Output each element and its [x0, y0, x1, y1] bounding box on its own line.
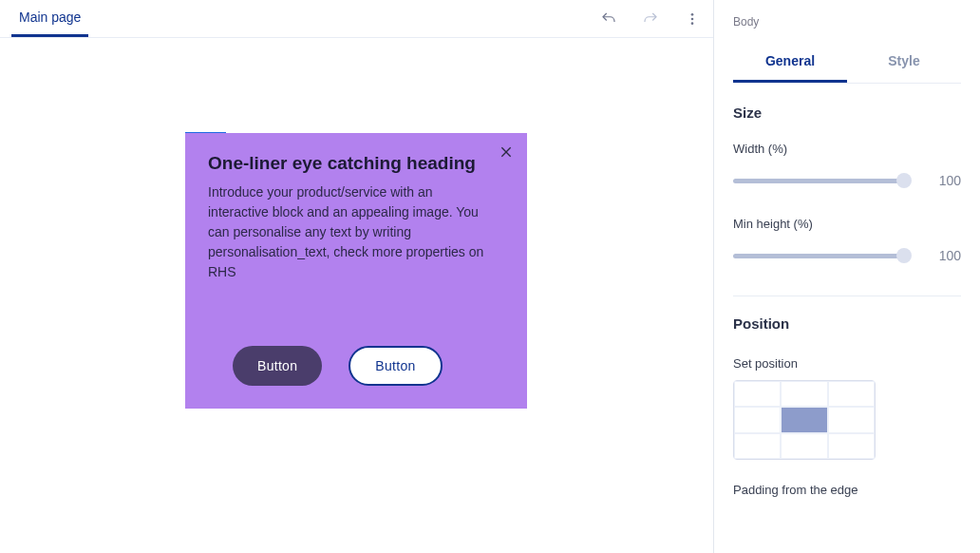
divider — [733, 296, 961, 296]
sidebar: Body General Style Size Width (%) 100 Mi… — [714, 0, 980, 553]
section-size: Size — [733, 105, 961, 121]
padding-label: Padding from the edge — [733, 483, 961, 497]
close-icon[interactable] — [499, 144, 514, 160]
svg-point-1 — [691, 17, 694, 20]
breadcrumb: Body — [733, 10, 961, 42]
undo-icon[interactable] — [599, 10, 618, 29]
card-body[interactable]: One-liner eye catching heading Introduce… — [185, 133, 527, 409]
tab-general[interactable]: General — [733, 42, 847, 83]
tab-main-page[interactable]: Main page — [11, 0, 88, 37]
minheight-value: 100 — [923, 248, 961, 263]
more-vert-icon[interactable] — [683, 10, 702, 29]
pos-top-right[interactable] — [828, 381, 875, 407]
pos-mid-left[interactable] — [734, 407, 781, 432]
pos-mid-right[interactable] — [828, 407, 875, 432]
pos-bot-left[interactable] — [734, 433, 781, 459]
card-heading[interactable]: One-liner eye catching heading — [208, 152, 504, 175]
canvas[interactable]: Body One-liner eye catching heading Intr… — [0, 38, 713, 553]
minheight-label: Min height (%) — [733, 217, 961, 231]
redo-icon[interactable] — [641, 10, 660, 29]
sidebar-tabs: General Style — [733, 42, 961, 84]
card-text[interactable]: Introduce your product/service with an i… — [208, 182, 493, 282]
pos-bot-center[interactable] — [781, 433, 827, 459]
pos-bot-right[interactable] — [828, 433, 875, 459]
card-button-primary[interactable]: Button — [233, 346, 322, 386]
svg-point-0 — [691, 13, 694, 16]
minheight-slider[interactable] — [733, 254, 910, 258]
tab-style[interactable]: Style — [847, 42, 961, 83]
set-position-label: Set position — [733, 356, 961, 371]
width-label: Width (%) — [733, 142, 961, 156]
width-value: 100 — [923, 173, 961, 188]
width-slider[interactable] — [733, 179, 910, 183]
pos-mid-center[interactable] — [781, 407, 827, 432]
pos-top-left[interactable] — [734, 381, 781, 407]
pos-top-center[interactable] — [781, 381, 827, 407]
position-grid — [733, 380, 876, 460]
svg-point-2 — [691, 22, 694, 25]
card-button-secondary[interactable]: Button — [349, 346, 442, 386]
top-bar: Main page — [0, 0, 713, 38]
section-position: Position — [733, 315, 961, 332]
